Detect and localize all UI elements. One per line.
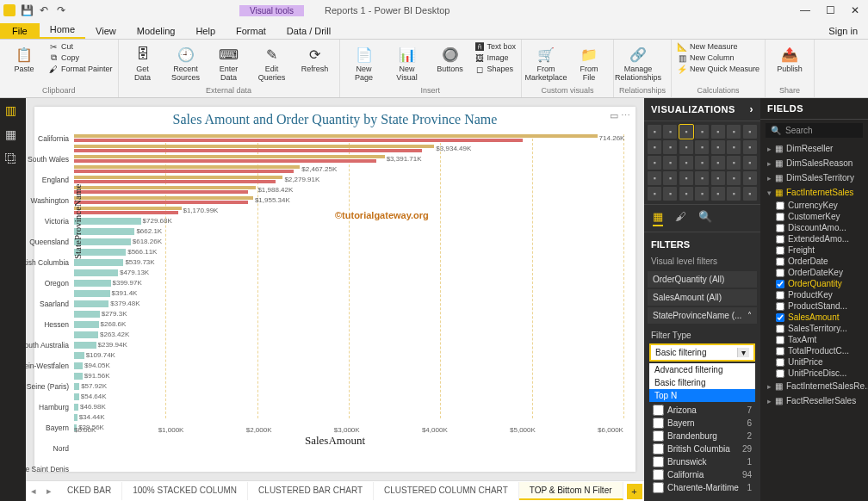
viz-type-icon[interactable]: ▪ xyxy=(743,125,757,139)
field-column[interactable]: SalesAmount xyxy=(760,312,868,323)
visualizations-header[interactable]: VISUALIZATIONS› xyxy=(644,98,760,121)
new-visual-button[interactable]: 📊New Visual xyxy=(388,41,426,83)
viz-type-icon[interactable]: ▪ xyxy=(711,156,725,170)
filter-card[interactable]: OrderQuantity (All) xyxy=(648,271,757,288)
edit-queries-button[interactable]: ✎Edit Queries xyxy=(253,41,291,83)
maximize-button[interactable]: ☐ xyxy=(826,4,835,16)
field-column[interactable]: DiscountAmo... xyxy=(760,222,868,233)
undo-icon[interactable]: ↶ xyxy=(38,4,50,16)
tab-home[interactable]: Home xyxy=(40,22,85,39)
viz-type-icon[interactable]: ▪ xyxy=(663,171,677,185)
report-canvas[interactable]: ▭ ⋯ Sales Amount and Order Quantity by S… xyxy=(34,107,636,472)
viz-type-icon[interactable]: ▪ xyxy=(663,125,677,139)
viz-type-icon[interactable]: ▪ xyxy=(648,156,661,170)
textbox-button[interactable]: 🅰Text box xyxy=(474,41,517,52)
get-data-button[interactable]: 🗄Get Data xyxy=(124,41,162,83)
tab-help[interactable]: Help xyxy=(185,23,226,39)
field-table[interactable]: ▸▦FactResellerSales xyxy=(760,393,868,408)
page-tab[interactable]: CLUSTERED COLUMN CHART xyxy=(374,482,519,500)
new-column-button[interactable]: ▥New Column xyxy=(677,53,760,63)
field-column[interactable]: CurrencyKey xyxy=(760,200,868,211)
publish-button[interactable]: 📤Publish xyxy=(771,41,809,74)
viz-type-icon[interactable]: ▪ xyxy=(727,140,741,154)
page-tab[interactable]: CLUSTERED BAR CHART xyxy=(248,482,374,500)
redo-icon[interactable]: ↷ xyxy=(55,4,67,16)
viz-type-icon[interactable]: ▪ xyxy=(679,156,693,170)
field-column[interactable]: OrderDateKey xyxy=(760,267,868,278)
viz-type-icon[interactable]: ▪ xyxy=(648,140,661,154)
copy-button[interactable]: ⧉Copy xyxy=(48,53,113,63)
filter-value-row[interactable]: British Columbia29 xyxy=(649,442,755,455)
tab-format[interactable]: Format xyxy=(226,23,276,39)
viz-type-icon[interactable]: ▪ xyxy=(663,140,677,154)
viz-type-icon[interactable]: ▪ xyxy=(743,140,757,154)
field-table[interactable]: ▸▦DimSalesTerritory xyxy=(760,170,868,185)
tab-data-drill[interactable]: Data / Drill xyxy=(276,23,341,39)
viz-type-icon[interactable]: ▪ xyxy=(648,171,661,185)
viz-type-icon[interactable]: ▪ xyxy=(727,125,741,139)
new-measure-button[interactable]: 📐New Measure xyxy=(677,41,760,52)
page-tab[interactable]: CKED BAR xyxy=(57,482,122,500)
viz-type-icon[interactable]: ▪ xyxy=(727,171,741,185)
filter-value-row[interactable]: Bayern6 xyxy=(649,417,755,430)
page-next[interactable]: ▸ xyxy=(41,482,57,500)
visual-type-grid[interactable]: ▪▪▪▪▪▪▪▪▪▪▪▪▪▪▪▪▪▪▪▪▪▪▪▪▪▪▪▪▪▪▪▪▪▪▪ xyxy=(644,121,760,204)
paste-button[interactable]: 📋Paste xyxy=(5,41,43,74)
refresh-button[interactable]: ⟳Refresh xyxy=(296,41,334,74)
filter-card[interactable]: StateProvinceName (...˄ xyxy=(648,307,757,324)
field-column[interactable]: UnitPriceDisc... xyxy=(760,368,868,379)
field-column[interactable]: CustomerKey xyxy=(760,211,868,222)
from-file-button[interactable]: 📁From File xyxy=(570,41,608,83)
data-view-icon[interactable]: ▦ xyxy=(5,127,21,143)
tab-view[interactable]: View xyxy=(85,23,127,39)
viz-type-icon[interactable]: ▪ xyxy=(679,140,693,154)
page-prev[interactable]: ◂ xyxy=(26,482,41,500)
viz-type-icon[interactable]: ▪ xyxy=(727,187,741,201)
filter-value-row[interactable]: Brandenburg2 xyxy=(649,430,755,442)
filter-type-option[interactable]: Top N xyxy=(649,389,755,402)
viz-type-icon[interactable]: ▪ xyxy=(711,140,725,154)
field-table[interactable]: ▸▦DimReseller xyxy=(760,141,868,156)
viz-type-icon[interactable]: ▪ xyxy=(679,125,693,139)
filter-value-row[interactable]: California94 xyxy=(649,468,755,481)
analytics-tab-icon[interactable]: 🔍 xyxy=(698,210,712,226)
close-button[interactable]: ✕ xyxy=(851,4,859,16)
viz-type-icon[interactable]: ▪ xyxy=(648,125,661,139)
filter-card[interactable]: SalesAmount (All) xyxy=(648,289,757,306)
enter-data-button[interactable]: ⌨Enter Data xyxy=(210,41,248,83)
buttons-button[interactable]: 🔘Buttons xyxy=(431,41,469,74)
fields-well-tab[interactable]: ▦ xyxy=(653,210,663,226)
field-table[interactable]: ▸▦DimSalesReason xyxy=(760,156,868,170)
image-button[interactable]: 🖼Image xyxy=(474,53,517,63)
filter-value-row[interactable]: Charente-Maritime1 xyxy=(649,481,755,494)
viz-type-icon[interactable]: ▪ xyxy=(648,187,661,201)
fields-header[interactable]: FIELDS xyxy=(760,98,868,120)
filter-value-row[interactable]: Brunswick1 xyxy=(649,455,755,468)
viz-type-icon[interactable]: ▪ xyxy=(727,156,741,170)
viz-type-icon[interactable]: ▪ xyxy=(695,140,709,154)
viz-type-icon[interactable]: ▪ xyxy=(711,125,725,139)
from-marketplace-button[interactable]: 🛒From Marketplace xyxy=(527,41,565,83)
field-column[interactable]: ExtendedAmo... xyxy=(760,233,868,244)
field-column[interactable]: OrderDate xyxy=(760,256,868,267)
save-icon[interactable]: 💾 xyxy=(21,4,33,16)
visual-header[interactable]: ▭ ⋯ xyxy=(610,110,630,121)
quick-measure-button[interactable]: ⚡New Quick Measure xyxy=(677,64,760,74)
model-view-icon[interactable]: ⿻ xyxy=(5,152,21,167)
viz-type-icon[interactable]: ▪ xyxy=(743,187,757,201)
page-tab[interactable]: 100% STACKED COLUMN xyxy=(122,482,248,500)
field-column[interactable]: OrderQuantity xyxy=(760,278,868,289)
filter-type-option[interactable]: Basic filtering xyxy=(649,376,755,389)
filter-type-option[interactable]: Advanced filtering xyxy=(649,363,755,376)
fields-search[interactable]: 🔍Search xyxy=(766,123,863,138)
field-column[interactable]: SalesTerritory... xyxy=(760,323,868,334)
field-column[interactable]: TaxAmt xyxy=(760,334,868,345)
field-table[interactable]: ▸▦FactInternetSalesRe... xyxy=(760,379,868,393)
minimize-button[interactable]: — xyxy=(800,4,810,16)
recent-sources-button[interactable]: 🕘Recent Sources xyxy=(167,41,205,83)
filter-values-list[interactable]: Arizona7Bayern6Brandenburg2British Colum… xyxy=(649,404,755,494)
file-tab[interactable]: File xyxy=(0,23,40,39)
viz-type-icon[interactable]: ▪ xyxy=(695,156,709,170)
filter-value-row[interactable]: Arizona7 xyxy=(649,404,755,417)
field-column[interactable]: TotalProductC... xyxy=(760,345,868,356)
